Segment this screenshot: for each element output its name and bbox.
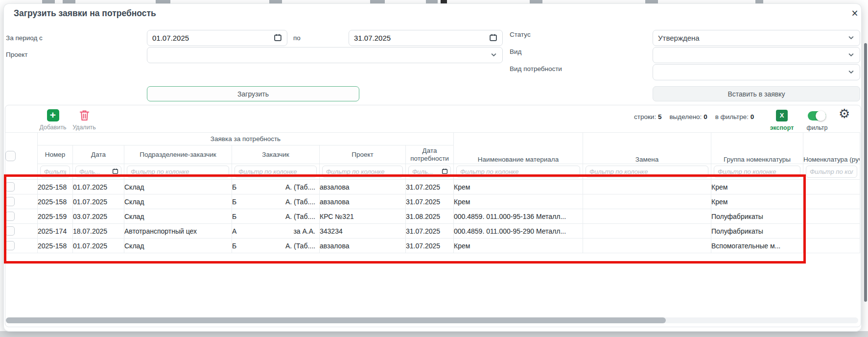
- gear-icon[interactable]: ⚙: [839, 107, 850, 120]
- project-label: Проект: [6, 51, 27, 58]
- cell-nomenclature: [803, 194, 860, 209]
- filter-input-nomenclature[interactable]: [806, 166, 857, 178]
- status-select[interactable]: Утверждена: [653, 30, 860, 46]
- cell-material: 000.4859. 011.000-95-290 Металл...: [454, 224, 583, 239]
- date-from-input[interactable]: 01.07.2025: [147, 30, 287, 46]
- filter-input-group[interactable]: [714, 166, 800, 178]
- to-label: по: [293, 34, 301, 42]
- page: Загрузить заявки на потребность × За пер…: [0, 0, 868, 337]
- cell-date: 03.07.2025: [73, 209, 124, 224]
- filter-input-project[interactable]: [322, 166, 403, 178]
- cell-group: Крем: [711, 180, 803, 194]
- cell-material: 000.4859. 011.000-95-136 Металл...: [454, 209, 583, 224]
- export-button[interactable]: X: [770, 110, 794, 121]
- column-header-replace[interactable]: Замена: [583, 133, 711, 164]
- row-checkbox[interactable]: [5, 212, 15, 221]
- need-type-select[interactable]: [653, 64, 860, 80]
- table-row[interactable]: 2025-158 01.07.2025 Склад БА. (Таб.... а…: [5, 180, 860, 194]
- column-header-nomenclature[interactable]: Номенклатура (руч ввод): [803, 133, 860, 164]
- delete-button[interactable]: Удалить: [70, 109, 99, 131]
- cell-group: Полуфабрикаты: [711, 209, 803, 224]
- export-label: экспорт: [765, 124, 799, 131]
- cell-need-date: 31.08.2025: [406, 209, 454, 224]
- row-checkbox[interactable]: [5, 197, 15, 206]
- dialog-title: Загрузить заявки на потребность: [14, 8, 156, 19]
- calendar-icon[interactable]: [274, 33, 282, 43]
- cell-number: 2025-158: [38, 180, 73, 194]
- requests-table: Заявка за потребность Наименование матер…: [5, 132, 860, 253]
- cell-need-date: 31.07.2025: [406, 194, 454, 209]
- add-button[interactable]: + Добавить: [37, 109, 69, 131]
- cell-department: Автотранспортный цех: [124, 224, 232, 239]
- add-icon: +: [47, 109, 59, 121]
- chevron-down-icon: [847, 34, 855, 43]
- column-header-customer[interactable]: Заказчик: [232, 145, 320, 164]
- calendar-icon[interactable]: [489, 33, 497, 43]
- select-all-checkbox[interactable]: [5, 151, 16, 161]
- select-all-cell: [5, 133, 38, 180]
- group-header: Заявка за потребность: [38, 133, 454, 145]
- cell-customer: БА. (Таб....: [232, 209, 320, 224]
- chevron-down-icon: [847, 68, 855, 77]
- cell-date: 01.07.2025: [73, 194, 124, 209]
- in-filter-counter: в фильтре: 0: [715, 113, 754, 120]
- table-row[interactable]: 2025-174 18.07.2025 Автотранспортный цех…: [5, 224, 860, 239]
- filter-input-material[interactable]: [456, 166, 580, 178]
- cell-number: 2025-174: [38, 224, 73, 239]
- period-from-label: За период с: [6, 34, 43, 42]
- cell-number: 2025-159: [38, 209, 73, 224]
- cell-number: 2025-158: [38, 194, 73, 209]
- cell-number: 2025-158: [38, 239, 73, 253]
- filter-input-replace[interactable]: [586, 166, 708, 178]
- chevron-down-icon: [490, 51, 497, 60]
- insert-button[interactable]: Вставить в заявку: [653, 86, 860, 101]
- cell-group: Полуфабрикаты: [711, 224, 803, 239]
- calendar-icon: [112, 168, 118, 174]
- filter-input-number[interactable]: [40, 166, 70, 178]
- cell-nomenclature: [803, 180, 860, 194]
- cell-replace: [583, 209, 711, 224]
- delete-label: Удалить: [70, 124, 99, 131]
- cell-department: Склад: [124, 239, 232, 253]
- cell-material: Крем: [454, 239, 583, 253]
- date-to-input[interactable]: 31.07.2025: [349, 30, 503, 46]
- filter-input-customer[interactable]: [235, 166, 317, 178]
- column-header-material[interactable]: Наименование материала: [454, 133, 583, 164]
- filter-input-department[interactable]: [127, 166, 229, 178]
- trash-icon: [70, 109, 99, 121]
- cell-project: авзалова: [320, 194, 406, 209]
- cell-customer: БА. (Таб....: [232, 239, 320, 253]
- cell-date: 18.07.2025: [73, 224, 124, 239]
- table-row[interactable]: 2025-158 01.07.2025 Склад БА. (Таб.... а…: [5, 239, 860, 253]
- project-select[interactable]: [147, 47, 503, 63]
- column-header-number[interactable]: Номер: [38, 145, 73, 164]
- horizontal-scrollbar-thumb[interactable]: [6, 317, 666, 323]
- cell-department: Склад: [124, 209, 232, 224]
- row-checkbox[interactable]: [5, 226, 15, 236]
- column-header-need-date[interactable]: Дата потребности: [406, 145, 454, 164]
- table-row[interactable]: 2025-159 03.07.2025 Склад БА. (Таб.... К…: [5, 209, 860, 224]
- cell-material: Крем: [454, 180, 583, 194]
- column-header-project[interactable]: Проект: [320, 145, 406, 164]
- table-row[interactable]: 2025-158 01.07.2025 Склад БА. (Таб.... а…: [5, 194, 860, 209]
- column-header-group[interactable]: Группа номенклатуры: [711, 133, 803, 164]
- status-label: Статус: [510, 31, 531, 38]
- grid-counters: строки: 5 выделено: 0 в фильтре: 0: [634, 113, 754, 120]
- cell-project: КРС №321: [320, 209, 406, 224]
- close-icon[interactable]: ×: [848, 7, 861, 20]
- column-header-date[interactable]: Дата: [73, 145, 124, 164]
- load-button[interactable]: Загрузить: [147, 86, 359, 101]
- vid-select[interactable]: [653, 47, 860, 63]
- add-label: Добавить: [37, 124, 69, 131]
- row-checkbox[interactable]: [5, 182, 15, 192]
- cell-group: Крем: [711, 194, 803, 209]
- cell-replace: [583, 194, 711, 209]
- cell-department: Склад: [124, 180, 232, 194]
- row-checkbox[interactable]: [5, 241, 15, 250]
- column-header-department[interactable]: Подразделение-заказчик: [124, 145, 232, 164]
- page-backdrop: [0, 331, 868, 337]
- calendar-icon: [442, 168, 448, 174]
- vertical-scrollbar-thumb[interactable]: [864, 43, 867, 302]
- filter-toggle[interactable]: [808, 111, 826, 120]
- cell-need-date: 31.07.2025: [406, 224, 454, 239]
